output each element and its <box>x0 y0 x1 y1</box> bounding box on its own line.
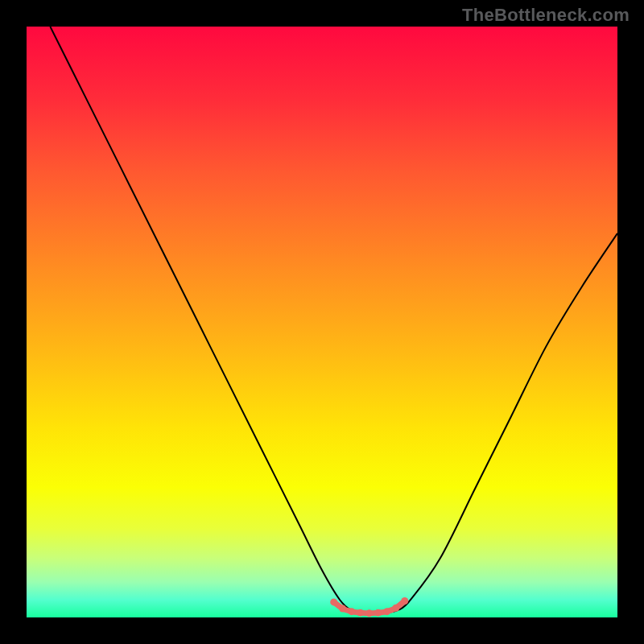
optimal-band-dot <box>401 597 408 605</box>
optimal-band-dot <box>374 609 382 617</box>
optimal-band-dots <box>330 597 408 617</box>
plot-area <box>27 27 617 617</box>
bottleneck-curve <box>50 27 617 613</box>
optimal-band-dot <box>383 608 390 615</box>
chart-curves <box>27 27 617 617</box>
optimal-band-dot <box>365 609 373 617</box>
optimal-band-dot <box>348 608 355 615</box>
chart-frame: TheBottleneck.com <box>0 0 644 644</box>
optimal-band-dot <box>357 609 364 617</box>
optimal-band-dot <box>392 605 399 612</box>
watermark-text: TheBottleneck.com <box>462 5 630 26</box>
optimal-band-dot <box>330 598 337 605</box>
optimal-band-dot <box>339 605 346 612</box>
